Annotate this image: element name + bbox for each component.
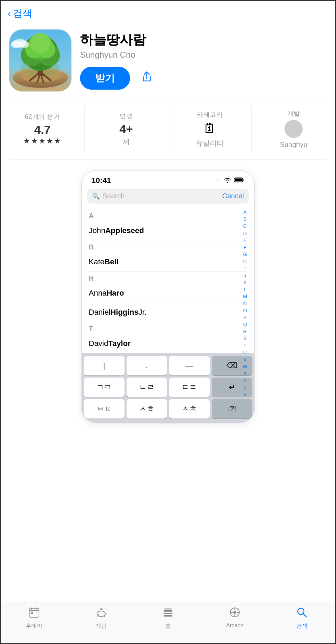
- alpha-N[interactable]: N: [243, 300, 247, 306]
- key-nr[interactable]: ㄴㄹ: [127, 378, 167, 397]
- svg-line-37: [303, 614, 306, 617]
- alpha-D[interactable]: D: [243, 230, 247, 237]
- alpha-H[interactable]: H: [243, 258, 247, 264]
- key-dash[interactable]: —: [169, 356, 210, 375]
- alpha-W[interactable]: W: [243, 363, 247, 370]
- contact-first-name: Kate: [89, 257, 104, 266]
- svg-rect-26: [163, 610, 173, 612]
- alpha-C[interactable]: C: [243, 223, 247, 229]
- contact-taylor[interactable]: David Taylor: [89, 334, 247, 353]
- alpha-V[interactable]: V: [243, 356, 247, 363]
- alpha-S[interactable]: S: [243, 335, 247, 341]
- key-dot[interactable]: .: [127, 356, 167, 375]
- contact-first-name: Anna: [89, 289, 106, 298]
- key-gk[interactable]: ㄱㅋ: [84, 378, 125, 397]
- svg-point-14: [18, 41, 30, 48]
- alpha-Y[interactable]: Y: [243, 378, 247, 384]
- keyboard: | . — ⌫ ㄱㅋ ㄴㄹ ㄷㅌ ↵ ㅂㅍ ㅅㅎ ㅈㅊ .?!: [82, 353, 254, 423]
- alpha-R[interactable]: R: [243, 328, 247, 335]
- app-header: 하늘땅사람 Sunghyun Cho 받기: [1, 24, 335, 99]
- screenshots-section: 10:41 ···: [1, 163, 335, 430]
- app-actions: 받기: [80, 67, 327, 90]
- alpha-F[interactable]: F: [243, 244, 247, 250]
- svg-rect-23: [31, 612, 33, 614]
- search-cancel-button[interactable]: Cancel: [222, 192, 244, 200]
- stat-rating: 62개의 평가 4.7 ★★★★★: [1, 106, 85, 152]
- contact-haro[interactable]: Anna Haro: [89, 284, 247, 303]
- app-title: 하늘땅사람: [80, 32, 327, 48]
- alpha-O[interactable]: O: [243, 307, 247, 314]
- alpha-E[interactable]: E: [243, 237, 247, 243]
- phone-search-bar[interactable]: 🔍 Search Cancel: [87, 189, 249, 204]
- alpha-L[interactable]: L: [243, 286, 246, 292]
- arcade-icon: [229, 607, 240, 620]
- svg-rect-22: [36, 608, 37, 610]
- phone-status-icons: ···: [216, 177, 245, 185]
- phone-mockup: 10:41 ···: [81, 170, 255, 423]
- stat-developer-name: Sunghyu: [280, 141, 307, 149]
- app-store-page: ‹ 검색: [0, 0, 336, 644]
- keyboard-row-2: ㄱㅋ ㄴㄹ ㄷㅌ ↵: [84, 378, 252, 397]
- alpha-X[interactable]: X: [243, 370, 247, 377]
- stats-row: 62개의 평가 4.7 ★★★★★ 연령 4+ 세 카테고리 🗓 유틸리티 개발…: [1, 99, 335, 159]
- svg-rect-17: [235, 178, 242, 181]
- contacts-wrapper: A John Appleseed B Kate Bell H Anna: [82, 209, 254, 353]
- alpha-U[interactable]: U: [243, 349, 247, 356]
- contact-higgins[interactable]: Daniel Higgins Jr.: [89, 303, 247, 322]
- stat-rating-value: 4.7: [34, 123, 50, 137]
- stat-rating-stars: ★★★★★: [23, 137, 62, 146]
- alpha-K[interactable]: K: [243, 279, 247, 286]
- tab-apps[interactable]: 앱: [135, 607, 201, 630]
- contact-appleseed[interactable]: John Appleseed: [89, 221, 247, 240]
- alpha-A[interactable]: A: [243, 209, 247, 215]
- alpha-I[interactable]: I: [244, 265, 246, 272]
- contact-last-name: Bell: [104, 257, 118, 266]
- alpha-G[interactable]: G: [243, 251, 247, 257]
- svg-rect-20: [29, 610, 39, 611]
- wifi-icon: [224, 177, 231, 185]
- alphabet-index[interactable]: A B C D E F G H I J K L M N O P Q: [243, 209, 247, 398]
- alpha-B[interactable]: B: [243, 216, 247, 222]
- key-sh[interactable]: ㅅㅎ: [127, 399, 167, 419]
- get-button[interactable]: 받기: [80, 67, 130, 90]
- tab-search[interactable]: 검색: [269, 607, 335, 630]
- tab-arcade-label: Arcade: [226, 622, 244, 629]
- key-bp[interactable]: ㅂㅍ: [84, 399, 125, 419]
- key-dt[interactable]: ㄷㅌ: [169, 378, 210, 397]
- tab-games[interactable]: 게임: [67, 607, 134, 630]
- stat-category-value: 유틸리티: [196, 139, 224, 148]
- back-label[interactable]: 검색: [13, 7, 32, 20]
- stat-category-icon: 🗓: [203, 121, 216, 136]
- alpha-M[interactable]: M: [243, 293, 247, 299]
- tab-today-label: 투데이: [26, 622, 42, 630]
- tab-arcade[interactable]: Arcade: [201, 607, 268, 629]
- stats-divider: [9, 159, 327, 159]
- svg-point-31: [233, 611, 236, 614]
- search-input-placeholder[interactable]: Search: [103, 192, 218, 200]
- stat-category-label: 카테고리: [197, 110, 223, 119]
- alpha-Q[interactable]: Q: [243, 321, 247, 328]
- key-jc[interactable]: ㅈㅊ: [169, 399, 210, 419]
- tab-bar: 투데이 게임: [1, 602, 335, 643]
- games-icon: [96, 607, 107, 620]
- contact-bell[interactable]: Kate Bell: [89, 253, 247, 272]
- contact-first-name: John: [89, 226, 105, 235]
- key-punctuation[interactable]: .?!: [212, 399, 253, 419]
- tab-today[interactable]: 투데이: [1, 607, 67, 630]
- alpha-hash[interactable]: #: [243, 391, 246, 398]
- keyboard-row-1: | . — ⌫: [84, 356, 252, 375]
- contact-first-name: Daniel: [89, 308, 110, 317]
- key-pipe[interactable]: |: [84, 356, 125, 375]
- alpha-T[interactable]: T: [243, 342, 247, 349]
- svg-point-15: [291, 124, 296, 130]
- stat-age-value: 4+: [119, 122, 133, 136]
- contact-last-name: Appleseed: [105, 226, 144, 235]
- share-button[interactable]: [141, 71, 153, 86]
- alpha-Z[interactable]: Z: [243, 385, 247, 391]
- stat-developer: 개발 Sunghyu: [252, 106, 335, 152]
- section-header-T: T: [89, 322, 247, 334]
- alpha-P[interactable]: P: [243, 314, 247, 321]
- search-icon-small: 🔍: [92, 192, 100, 200]
- alpha-J[interactable]: J: [244, 272, 246, 279]
- app-icon: [9, 29, 72, 92]
